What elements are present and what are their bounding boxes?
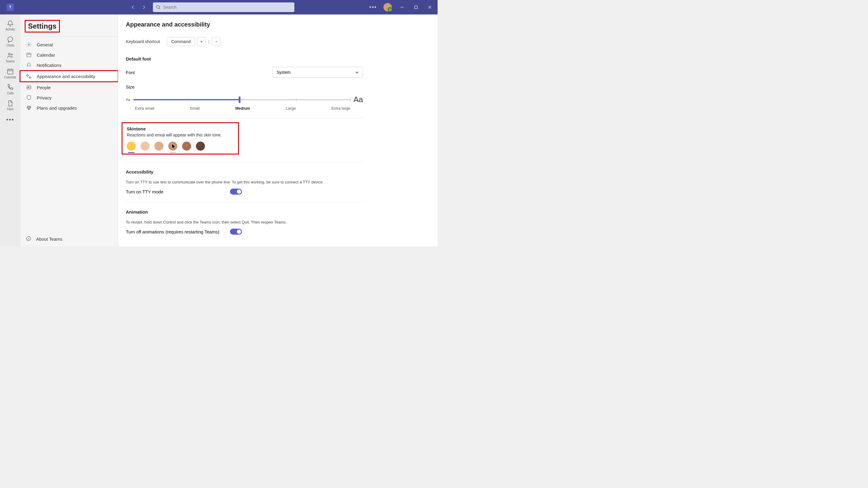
nav-forward-button[interactable]	[140, 3, 148, 11]
font-select[interactable]: System	[273, 67, 363, 78]
chevron-down-icon	[355, 70, 359, 75]
animation-description: To restart, hold down Control and click …	[126, 220, 363, 224]
window-close-button[interactable]	[424, 0, 436, 15]
skintone-option-5[interactable]	[196, 142, 205, 151]
titlebar: T •••	[0, 0, 438, 15]
tty-toggle[interactable]	[230, 189, 242, 195]
skintone-option-4[interactable]	[182, 142, 191, 151]
window-maximize-button[interactable]	[410, 0, 422, 15]
kbd-command: Command	[167, 37, 195, 46]
phone-icon	[7, 84, 14, 91]
page-title: Appearance and accessibility	[126, 21, 363, 28]
app-logo: T	[0, 4, 21, 11]
kbd-minus: −	[212, 37, 221, 46]
file-icon	[7, 100, 14, 107]
kbd-plus: +	[197, 37, 206, 46]
animation-toggle-label: Turn off animations (requires restarting…	[126, 229, 230, 234]
accessibility-heading: Accessibility	[126, 169, 363, 174]
skintone-option-0[interactable]	[127, 142, 136, 151]
svg-rect-8	[27, 86, 31, 89]
search-box[interactable]	[153, 2, 294, 12]
svg-point-6	[28, 44, 30, 46]
animation-toggle[interactable]	[230, 229, 242, 235]
size-tick-label: Extra large	[331, 106, 350, 111]
settings-item-label: General	[37, 42, 53, 47]
calendar-icon	[26, 52, 32, 58]
info-icon	[26, 236, 31, 242]
settings-item-label: Appearance and accessibility	[37, 74, 95, 79]
user-avatar[interactable]	[383, 3, 392, 11]
settings-item-label: People	[37, 85, 51, 90]
svg-rect-1	[415, 6, 417, 9]
chat-icon	[7, 36, 14, 43]
svg-point-4	[11, 54, 12, 55]
settings-item-people[interactable]: People	[21, 82, 118, 92]
settings-item-plans[interactable]: Plans and upgrades	[21, 103, 118, 113]
skintone-option-2[interactable]	[154, 142, 163, 151]
svg-point-2	[8, 37, 13, 41]
rail-activity[interactable]: Activity	[0, 18, 21, 33]
rail-calls[interactable]: Calls	[0, 81, 21, 97]
font-size-slider[interactable]	[133, 96, 351, 103]
settings-item-calendar[interactable]: Calendar	[21, 50, 118, 60]
size-tick-label: Extra small	[135, 106, 154, 111]
skintone-option-1[interactable]	[141, 142, 150, 151]
nav-back-button[interactable]	[129, 3, 137, 11]
rail-more-button[interactable]: •••	[6, 116, 14, 123]
rail-label: Chats	[6, 44, 14, 47]
window-minimize-button[interactable]	[396, 0, 408, 15]
gear-icon	[26, 42, 32, 47]
settings-item-label: Notifications	[37, 63, 61, 68]
teams-icon	[7, 52, 14, 59]
svg-point-0	[156, 5, 159, 8]
settings-item-appearance[interactable]: Appearance and accessibility	[21, 71, 118, 81]
rail-calendar[interactable]: Calendar	[0, 65, 21, 81]
size-indicator-small: Aa	[126, 97, 130, 102]
skintone-heading: Skintone	[127, 126, 234, 131]
rail-teams[interactable]: Teams	[0, 49, 21, 65]
bell-icon	[7, 20, 14, 27]
settings-item-general[interactable]: General	[21, 39, 118, 50]
rail-files[interactable]: Files	[0, 97, 21, 113]
rail-label: Activity	[5, 28, 15, 31]
settings-sidebar: Settings General Calendar	[21, 15, 118, 247]
settings-item-privacy[interactable]: Privacy	[21, 92, 118, 103]
size-label: Size	[126, 84, 363, 89]
accessibility-description: Turn on TTY to use text to communicate o…	[126, 180, 363, 184]
font-label: Font	[126, 70, 135, 75]
kbd-shortcut-label: Keyboard shortcut	[126, 39, 160, 44]
font-select-value: System	[277, 70, 291, 75]
size-indicator-large: Aa	[353, 95, 363, 104]
rail-label: Files	[7, 108, 13, 111]
svg-rect-7	[27, 53, 31, 57]
tty-toggle-label: Turn on TTY mode	[126, 189, 230, 194]
more-options-button[interactable]: •••	[367, 4, 379, 10]
settings-item-label: Plans and upgrades	[37, 106, 77, 111]
svg-rect-5	[7, 69, 13, 74]
cursor-pointer-icon	[171, 143, 177, 150]
slider-thumb[interactable]	[239, 96, 241, 103]
skintone-description: Reactions and emoji will appear with thi…	[127, 133, 234, 137]
svg-point-3	[8, 53, 10, 55]
rail-label: Teams	[6, 60, 14, 63]
settings-item-label: Privacy	[37, 95, 52, 100]
rail-chats[interactable]: Chats	[0, 33, 21, 49]
settings-item-notifications[interactable]: Notifications	[21, 60, 118, 70]
app-rail: Activity Chats Teams Calendar Calls File…	[0, 15, 21, 247]
settings-item-label: Calendar	[37, 52, 55, 58]
size-tick-label: Large	[286, 106, 296, 111]
default-font-heading: Default font	[126, 56, 363, 61]
search-input[interactable]	[163, 5, 291, 10]
svg-point-9	[28, 87, 29, 88]
rail-label: Calls	[7, 92, 13, 95]
sparkle-icon	[26, 74, 32, 79]
settings-title: Settings	[25, 20, 60, 32]
search-icon	[156, 5, 161, 10]
size-tick-label: Small	[190, 106, 200, 111]
calendar-icon	[7, 68, 14, 75]
main-panel: Appearance and accessibility Keyboard sh…	[118, 15, 438, 247]
about-teams-link[interactable]: About Teams	[26, 236, 112, 242]
shield-icon	[26, 95, 32, 100]
size-tick-label: Medium	[235, 106, 250, 111]
kbd-keys: Command + | −	[167, 37, 221, 46]
